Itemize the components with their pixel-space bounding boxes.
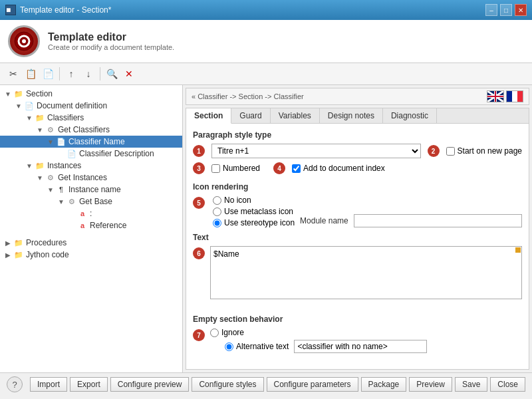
package-button[interactable]: Package	[361, 377, 407, 392]
tree-item-procedures[interactable]: ▶ 📁 Procedures	[0, 237, 182, 249]
tree-item-classifiers[interactable]: ▼ 📁 Classifiers	[0, 112, 182, 124]
no-icon-label[interactable]: No icon	[213, 196, 295, 205]
tree-item-jython[interactable]: ▶ 📁 Jython code	[0, 249, 182, 261]
numbered-checkbox[interactable]	[211, 164, 220, 173]
tab-variables[interactable]: Variables	[271, 108, 320, 124]
tree-label-reference: Reference	[90, 221, 126, 230]
tree-label-instances: Instances	[47, 161, 81, 170]
tree-item-classifier-desc[interactable]: ▶ 📄 Classifier Description	[0, 148, 182, 160]
tree-item-colon[interactable]: ▶ a :	[0, 207, 182, 219]
tree-toggle-instances[interactable]: ▼	[24, 160, 35, 171]
tree-item-classifier-name[interactable]: ▼ 📄 Classifier Name	[0, 136, 182, 148]
circle-1: 1	[193, 145, 205, 157]
metaclass-radio[interactable]	[213, 207, 221, 216]
minimize-button[interactable]: –	[485, 4, 497, 16]
help-button[interactable]: ?	[7, 376, 23, 392]
tree-item-get-base[interactable]: ▼ ⚙ Get Base	[0, 196, 182, 207]
svg-rect-10	[507, 91, 512, 102]
tree-item-get-classifiers[interactable]: ▼ ⚙ Get Classifiers	[0, 124, 182, 136]
tree-panel: ▼ 📁 Section ▼ 📄 Document definition ▼ 📁 …	[0, 85, 183, 372]
flag-fr-button[interactable]	[506, 90, 523, 102]
doc-icon-classifier-desc: 📄	[66, 148, 77, 159]
tab-diagnostic[interactable]: Diagnostic	[383, 108, 437, 124]
circle-7: 7	[193, 329, 205, 341]
tab-guard[interactable]: Guard	[231, 108, 270, 124]
start-new-page-label[interactable]: Start on new page	[446, 146, 522, 156]
toolbar-separator-1	[59, 67, 60, 80]
metaclass-text: Use metaclass icon	[224, 207, 293, 216]
tree-toggle-section[interactable]: ▼	[3, 88, 13, 99]
tree-item-get-instances[interactable]: ▼ ⚙ Get Instances	[0, 172, 182, 184]
metaclass-icon-label[interactable]: Use metaclass icon	[213, 207, 295, 216]
start-new-page-checkbox[interactable]	[446, 147, 455, 156]
add-to-index-checkbox[interactable]	[292, 164, 301, 173]
stereotype-icon-label[interactable]: Use stereotype icon	[213, 218, 295, 227]
gear-icon-get-instances: ⚙	[45, 172, 56, 183]
no-icon-radio[interactable]	[213, 196, 221, 205]
tree-item-document-definition[interactable]: ▼ 📄 Document definition	[0, 100, 182, 112]
tree-item-section[interactable]: ▼ 📁 Section	[0, 88, 182, 100]
tree-toggle-procedures[interactable]: ▶	[3, 237, 13, 248]
tree-toggle-get-base[interactable]: ▼	[56, 196, 66, 207]
flag-en-button[interactable]	[487, 90, 504, 102]
folder-icon-instances: 📁	[35, 160, 45, 171]
alternative-text-input[interactable]	[294, 340, 427, 353]
configure-preview-button[interactable]: Configure preview	[110, 377, 190, 392]
no-icon-text: No icon	[224, 196, 251, 205]
start-new-page-text: Start on new page	[458, 146, 522, 156]
module-name-input[interactable]	[354, 214, 522, 227]
alternative-text-label: Alternative text	[236, 342, 289, 351]
text-textarea[interactable]: $Name	[210, 246, 522, 299]
move-down-button[interactable]: ↓	[80, 66, 96, 82]
tree-toggle-jython[interactable]: ▶	[3, 249, 13, 260]
search-button[interactable]: 🔍	[104, 66, 120, 82]
move-up-button[interactable]: ↑	[63, 66, 79, 82]
alternative-radio[interactable]	[225, 342, 233, 351]
text-section: Text 6 $Name	[193, 233, 522, 307]
tree-label-classifiers: Classifiers	[47, 113, 84, 122]
tree-toggle-doc-def[interactable]: ▼	[13, 100, 24, 111]
stereotype-text: Use stereotype icon	[224, 218, 295, 227]
cut-button[interactable]: ✂	[5, 66, 21, 82]
close-button[interactable]: Close	[490, 377, 525, 392]
tree-toggle-classifier-name[interactable]: ▼	[45, 136, 56, 147]
import-button[interactable]: Import	[30, 377, 67, 392]
delete-button[interactable]: ✕	[121, 66, 137, 82]
circle-5: 5	[193, 197, 205, 209]
svg-rect-11	[512, 91, 517, 102]
folder-icon: 📁	[13, 88, 24, 99]
gear-icon-get-classifiers: ⚙	[45, 124, 56, 135]
tree-toggle-instance-name[interactable]: ▼	[45, 184, 56, 195]
close-window-button[interactable]: ✕	[515, 4, 527, 16]
tree-label-get-classifiers: Get Classifiers	[58, 125, 110, 134]
tree-item-instance-name[interactable]: ▼ ¶ Instance name	[0, 184, 182, 196]
tree-item-reference[interactable]: ▶ a Reference	[0, 219, 182, 231]
style-select[interactable]: Titre n+1 Titre n Normal Body Text	[211, 144, 421, 158]
ignore-radio[interactable]	[210, 329, 219, 337]
tree-item-instances[interactable]: ▼ 📁 Instances	[0, 160, 182, 172]
configure-styles-button[interactable]: Configure styles	[192, 377, 263, 392]
ignore-label[interactable]: Ignore	[210, 328, 427, 337]
ref-icon-reference: a	[77, 220, 88, 231]
breadcrumb-path: « Classifier -> Section -> Classifier	[192, 92, 304, 100]
tab-design-notes[interactable]: Design notes	[320, 108, 383, 124]
maximize-button[interactable]: □	[500, 4, 512, 16]
app-logo	[8, 25, 40, 57]
configure-parameters-button[interactable]: Configure parameters	[267, 377, 358, 392]
alt-text-row: Alternative text	[225, 340, 427, 353]
circle-3: 3	[193, 162, 205, 174]
tree-toggle-get-classifiers[interactable]: ▼	[35, 124, 45, 135]
tree-toggle-get-instances[interactable]: ▼	[35, 172, 45, 183]
paste-button[interactable]: 📄	[40, 66, 56, 82]
add-to-index-label[interactable]: Add to document index	[292, 164, 385, 173]
tab-section[interactable]: Section	[186, 108, 231, 124]
export-button[interactable]: Export	[70, 377, 108, 392]
numbered-label[interactable]: Numbered	[211, 164, 260, 173]
preview-button[interactable]: Preview	[409, 377, 452, 392]
tree-toggle-classifiers[interactable]: ▼	[24, 112, 35, 123]
save-button[interactable]: Save	[455, 377, 487, 392]
paragraph-style-label: Paragraph style type	[193, 130, 522, 140]
copy-button[interactable]: 📋	[23, 66, 39, 82]
stereotype-radio[interactable]	[213, 219, 221, 227]
alternative-label[interactable]: Alternative text	[225, 342, 289, 351]
